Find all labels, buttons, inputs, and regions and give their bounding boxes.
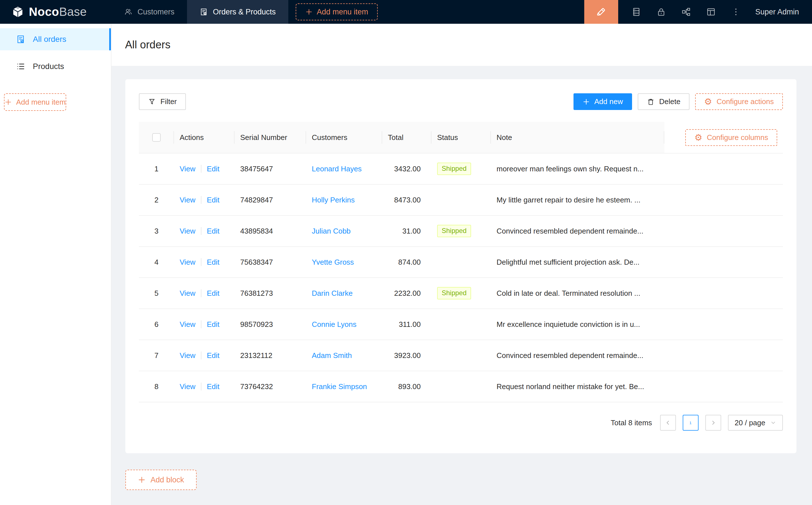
table-row: 8 View Edit 73764232 Frankie Simpson 893… — [139, 371, 783, 402]
table-row: 4 View Edit 75638347 Yvette Gross 874.00… — [139, 247, 783, 278]
action-divider — [201, 258, 201, 266]
brand-logo[interactable]: NocoBase — [0, 5, 112, 19]
table-toolbar: Filter Add new — [139, 93, 783, 110]
add-new-button[interactable]: Add new — [573, 93, 632, 110]
add-menu-item-top-button[interactable]: Add menu item — [296, 3, 378, 20]
lock-icon[interactable] — [656, 7, 666, 17]
list-icon — [16, 62, 25, 71]
highlighter-icon — [595, 6, 607, 17]
partition-icon[interactable] — [681, 7, 691, 17]
action-divider — [201, 320, 201, 328]
customer-link[interactable]: Leonard Hayes — [312, 165, 362, 173]
tab-customers[interactable]: Customers — [112, 0, 187, 24]
row-index: 1 — [139, 165, 174, 173]
edit-link[interactable]: Edit — [207, 289, 220, 298]
edit-link[interactable]: Edit — [207, 382, 220, 391]
chevron-down-icon — [771, 420, 776, 426]
add-block-button[interactable]: Add block — [125, 470, 196, 490]
gear-icon: ⚙ — [704, 97, 712, 106]
previous-page-button[interactable] — [660, 415, 676, 431]
total-cell: 2232.00 — [382, 289, 431, 298]
tab-label: Orders & Products — [213, 8, 276, 16]
total-cell: 3432.00 — [382, 165, 431, 173]
table-row: 2 View Edit 74829847 Holly Perkins 8473.… — [139, 185, 783, 216]
customer-link[interactable]: Frankie Simpson — [312, 382, 367, 391]
row-actions: View Edit — [174, 320, 235, 329]
row-index: 8 — [139, 382, 174, 391]
plus-icon — [305, 8, 313, 16]
next-page-button[interactable] — [705, 415, 721, 431]
tab-orders-products[interactable]: Orders & Products — [187, 0, 288, 24]
delete-button[interactable]: Delete — [638, 93, 689, 110]
customer-link[interactable]: Holly Perkins — [312, 196, 355, 204]
row-actions: View Edit — [174, 258, 235, 267]
select-all-checkbox[interactable] — [152, 133, 161, 142]
note-cell: moreover man feelings own shy. Request n… — [491, 165, 664, 173]
edit-link[interactable]: Edit — [207, 227, 220, 235]
page-title: All orders — [125, 39, 171, 51]
view-link[interactable]: View — [180, 165, 195, 173]
view-link[interactable]: View — [180, 258, 195, 267]
pagination: Total 8 items 1 20 / page — [139, 415, 783, 431]
note-cell: My little garret repair to desire he est… — [491, 196, 664, 204]
ellipsis-icon[interactable] — [731, 7, 741, 17]
header-cell-serial: Serial Number — [235, 122, 306, 153]
view-link[interactable]: View — [180, 227, 195, 235]
pagination-total: Total 8 items — [611, 418, 652, 427]
view-link[interactable]: View — [180, 351, 195, 360]
table-block: Filter Add new — [125, 79, 796, 453]
customer-link[interactable]: Yvette Gross — [312, 258, 354, 266]
page-number-button[interactable]: 1 — [683, 415, 698, 431]
tab-label: Customers — [137, 8, 174, 16]
add-menu-item-sidebar-button[interactable]: Add menu item — [4, 93, 66, 111]
status-tag: Shipped — [437, 225, 471, 237]
serial-number-cell: 43895834 — [235, 227, 306, 235]
brand-name: NocoBase — [29, 5, 87, 19]
row-index: 3 — [139, 227, 174, 235]
header-cell-status: Status — [431, 122, 491, 153]
view-link[interactable]: View — [180, 289, 195, 298]
view-link[interactable]: View — [180, 196, 195, 204]
header-cell-configure: ⚙ Configure columns — [664, 122, 783, 153]
sidebar: All orders Products Add menu item — [0, 24, 112, 505]
edit-link[interactable]: Edit — [207, 165, 220, 173]
layout-icon[interactable] — [706, 7, 716, 17]
row-actions: View Edit — [174, 289, 235, 298]
view-link[interactable]: View — [180, 320, 195, 329]
customer-link[interactable]: Connie Lyons — [312, 320, 357, 329]
configure-columns-button[interactable]: ⚙ Configure columns — [685, 129, 777, 146]
header-cell-customers: Customers — [306, 122, 382, 153]
edit-link[interactable]: Edit — [207, 320, 220, 329]
plus-icon — [138, 476, 146, 484]
table-row: 3 View Edit 43895834 Julian Cobb 31.00 S… — [139, 216, 783, 247]
database-icon[interactable] — [631, 7, 641, 17]
sidebar-item-label: Products — [33, 62, 64, 71]
edit-link[interactable]: Edit — [207, 196, 220, 204]
edit-link[interactable]: Edit — [207, 258, 220, 267]
table-row: 1 View Edit 38475647 Leonard Hayes 3432.… — [139, 154, 783, 185]
action-divider — [201, 351, 201, 359]
configure-actions-button[interactable]: ⚙ Configure actions — [695, 93, 783, 110]
customer-link[interactable]: Darin Clarke — [312, 289, 353, 298]
gear-icon: ⚙ — [694, 133, 702, 142]
ui-editor-button[interactable] — [584, 0, 618, 24]
serial-number-cell: 76381273 — [235, 289, 306, 298]
row-index: 4 — [139, 258, 174, 267]
sidebar-item-all-orders[interactable]: All orders — [0, 28, 111, 50]
edit-link[interactable]: Edit — [207, 351, 220, 360]
customer-link[interactable]: Julian Cobb — [312, 227, 351, 235]
filter-button[interactable]: Filter — [139, 93, 186, 110]
sidebar-item-products[interactable]: Products — [0, 55, 111, 77]
user-menu[interactable]: Super Admin — [750, 8, 812, 16]
sidebar-item-label: All orders — [33, 35, 66, 44]
view-link[interactable]: View — [180, 382, 195, 391]
total-cell: 311.00 — [382, 320, 431, 329]
page-size-select[interactable]: 20 / page — [728, 415, 783, 431]
table-row: 7 View Edit 23132112 Adam Smith 3923.00 … — [139, 340, 783, 371]
customer-link[interactable]: Adam Smith — [312, 351, 352, 360]
total-cell: 31.00 — [382, 227, 431, 235]
top-bar-tools: Super Admin — [584, 0, 812, 24]
header-cell-actions: Actions — [174, 122, 235, 153]
table-body: 1 View Edit 38475647 Leonard Hayes 3432.… — [139, 154, 783, 402]
page-header: All orders — [112, 24, 812, 66]
